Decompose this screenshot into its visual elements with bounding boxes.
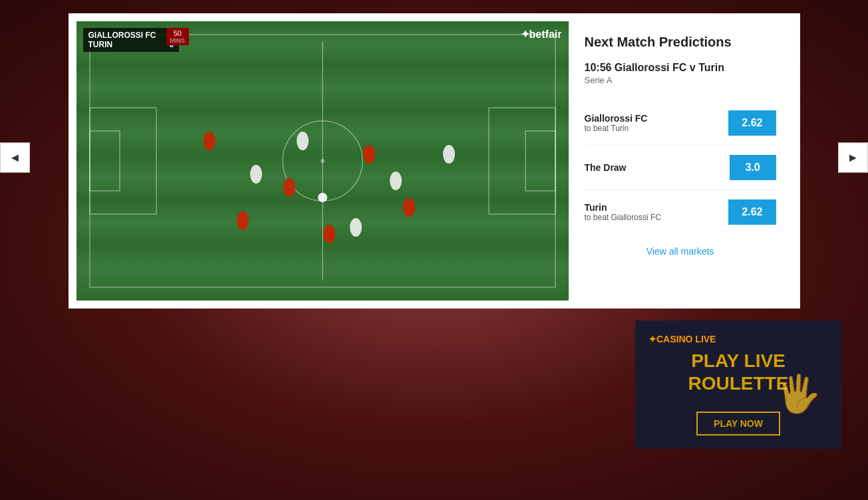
- prediction-row-draw: The Draw 3.0: [585, 146, 776, 190]
- predictions-league: Serie A: [585, 75, 776, 85]
- pred-home-desc: to beat Turin: [585, 124, 648, 133]
- prev-match-arrow[interactable]: ◄: [0, 143, 30, 173]
- casino-betfair-logo: ✦CASINO LIVE: [649, 334, 716, 344]
- match-time-box: 50 MINS: [166, 28, 190, 45]
- casino-title: PLAY LIVEROULETTE: [688, 350, 789, 394]
- score-overlay: GIALLOROSSI FC 0 TURIN 0: [83, 28, 180, 52]
- home-team-name: GIALLOROSSI FC: [88, 31, 156, 40]
- svg-point-14: [403, 198, 415, 217]
- svg-point-19: [443, 145, 455, 164]
- predictions-heading: Next Match Predictions: [585, 35, 776, 50]
- prediction-row-home: Giallorossi FC to beat Turin 2.62: [585, 101, 776, 146]
- odds-draw-button[interactable]: 3.0: [730, 155, 776, 180]
- casino-ad-panel: ✦CASINO LIVE PLAY LIVEROULETTE 🖐 PLAY NO…: [635, 320, 841, 449]
- svg-point-18: [390, 172, 402, 190]
- svg-rect-7: [489, 108, 555, 214]
- svg-point-15: [250, 165, 262, 184]
- svg-point-20: [318, 193, 327, 202]
- roulette-hand-icon: 🖐: [776, 372, 821, 416]
- pred-away-team: Turin: [585, 202, 661, 213]
- svg-point-13: [363, 145, 375, 164]
- pred-away-desc: to beat Giallorossi FC: [585, 213, 661, 222]
- svg-point-9: [204, 132, 216, 150]
- right-arrow-icon: ►: [847, 151, 859, 165]
- svg-point-3: [321, 159, 325, 163]
- away-team-name: TURIN: [88, 40, 113, 49]
- play-now-button[interactable]: PLAY NOW: [696, 412, 780, 436]
- view-all-markets-link[interactable]: View all markets: [585, 246, 776, 257]
- video-player: GIALLOROSSI FC 0 TURIN 0 50 MINS ✦betfai…: [76, 21, 569, 301]
- svg-point-17: [350, 218, 362, 237]
- betfair-logo-video: ✦betfair: [521, 28, 562, 41]
- predictions-panel: Next Match Predictions 10:56 Giallorossi…: [569, 21, 792, 301]
- match-minutes: 50: [170, 29, 186, 37]
- svg-rect-5: [90, 108, 156, 214]
- mins-label: MINS: [170, 37, 186, 44]
- svg-point-16: [297, 132, 309, 150]
- predictions-match-title: 10:56 Giallorossi FC v Turin: [585, 62, 776, 74]
- svg-point-12: [323, 225, 335, 243]
- pred-draw-label: The Draw: [585, 162, 627, 173]
- svg-point-11: [283, 178, 295, 197]
- svg-point-10: [237, 211, 249, 230]
- odds-home-button[interactable]: 2.62: [728, 110, 776, 136]
- main-card: GIALLOROSSI FC 0 TURIN 0 50 MINS ✦betfai…: [69, 13, 800, 309]
- prediction-row-away: Turin to beat Giallorossi FC 2.62: [585, 190, 776, 234]
- pred-home-team: Giallorossi FC: [585, 113, 648, 124]
- left-arrow-icon: ◄: [9, 151, 21, 165]
- svg-rect-8: [525, 131, 555, 191]
- next-match-arrow[interactable]: ►: [838, 143, 868, 173]
- odds-away-button[interactable]: 2.62: [728, 199, 776, 225]
- svg-rect-6: [90, 131, 120, 191]
